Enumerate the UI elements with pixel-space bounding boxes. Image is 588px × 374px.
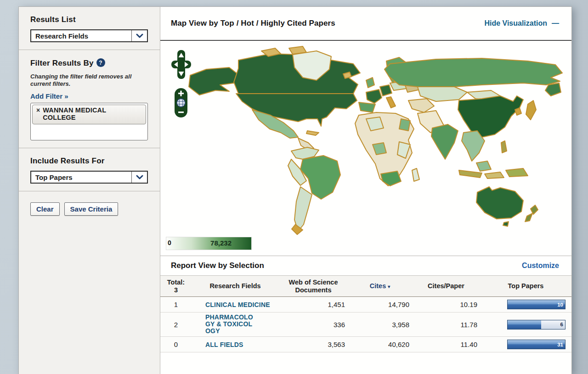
row-rank: 1 bbox=[160, 301, 192, 308]
row-cites: 3,958 bbox=[348, 321, 412, 329]
top-papers-bar: 10 bbox=[507, 300, 565, 309]
report-table: Total: 3 Research Fields Web of Science … bbox=[160, 276, 571, 374]
map-pan-control[interactable] bbox=[171, 50, 192, 79]
column-top-papers[interactable]: Top Papers bbox=[480, 280, 571, 292]
top-papers-bar: 31 bbox=[507, 340, 565, 349]
include-results-title: Include Results For bbox=[30, 156, 148, 166]
results-list-section: Results List Research Fields bbox=[19, 7, 160, 50]
top-papers-value: 31 bbox=[557, 342, 563, 347]
column-research-fields[interactable]: Research Fields bbox=[192, 280, 279, 292]
table-header-row: Total: 3 Research Fields Web of Science … bbox=[160, 276, 571, 297]
filter-title-text: Filter Results By bbox=[30, 59, 94, 67]
filter-title: Filter Results By? bbox=[30, 58, 148, 68]
top-papers-value: 10 bbox=[557, 302, 563, 307]
top-papers-bar-fill bbox=[508, 320, 541, 329]
row-docs: 3,563 bbox=[279, 341, 348, 348]
map-view-header: Map View by Top / Hot / Highly Cited Pap… bbox=[160, 7, 571, 41]
legend-max: 78,232 bbox=[210, 239, 232, 247]
total-label: Total: bbox=[167, 279, 185, 286]
include-results-section: Include Results For Top Papers bbox=[19, 148, 160, 191]
save-criteria-button[interactable]: Save Criteria bbox=[64, 202, 119, 216]
globe-icon bbox=[177, 99, 185, 107]
actions-section: Clear Save Criteria bbox=[19, 191, 160, 223]
filter-chip-label: WANNAN MEDICAL COLLEGE bbox=[43, 107, 123, 122]
app-window: Results List Research Fields Filter Resu… bbox=[18, 6, 572, 374]
results-list-select[interactable]: Research Fields bbox=[30, 29, 148, 42]
cites-label: Cites bbox=[370, 282, 386, 290]
report-view-title: Report View by Selection bbox=[171, 261, 264, 270]
row-cites: 40,620 bbox=[348, 341, 412, 348]
top-papers-bar: 6 bbox=[507, 320, 565, 329]
row-cites-per-paper: 11.40 bbox=[412, 341, 480, 348]
chevron-down-icon bbox=[131, 172, 147, 183]
report-view-header: Report View by Selection Customize bbox=[160, 256, 571, 276]
total-value: 3 bbox=[174, 286, 178, 294]
row-rank: 2 bbox=[160, 321, 192, 329]
include-results-value: Top Papers bbox=[31, 173, 73, 181]
main-content: Map View by Top / Hot / Highly Cited Pap… bbox=[160, 7, 571, 374]
remove-filter-icon[interactable]: × bbox=[36, 107, 40, 114]
column-wos-documents[interactable]: Web of Science Documents bbox=[279, 277, 348, 296]
filter-list-box: × WANNAN MEDICAL COLLEGE bbox=[30, 103, 148, 140]
filter-note: Changing the filter field removes all cu… bbox=[30, 73, 148, 88]
map-legend: 0 78,232 bbox=[166, 237, 251, 250]
filter-chip[interactable]: × WANNAN MEDICAL COLLEGE bbox=[32, 105, 146, 124]
minimize-icon: — bbox=[552, 19, 559, 28]
world-map[interactable]: 0 78,232 bbox=[160, 41, 571, 256]
sidebar: Results List Research Fields Filter Resu… bbox=[19, 7, 160, 374]
row-docs: 336 bbox=[279, 321, 348, 329]
help-icon[interactable]: ? bbox=[96, 58, 105, 67]
row-cites-per-paper: 11.78 bbox=[412, 321, 480, 329]
top-papers-bar-fill bbox=[508, 300, 565, 309]
clear-button[interactable]: Clear bbox=[30, 202, 60, 216]
results-list-value: Research Fields bbox=[31, 32, 88, 40]
zoom-out-icon bbox=[178, 112, 184, 113]
row-cites: 14,790 bbox=[348, 301, 412, 308]
results-list-title: Results List bbox=[30, 15, 148, 24]
hide-visualization-link[interactable]: Hide Visualization — bbox=[484, 19, 559, 28]
hide-visualization-label: Hide Visualization bbox=[484, 19, 547, 28]
filter-section: Filter Results By? Changing the filter f… bbox=[19, 50, 160, 148]
top-papers-value: 6 bbox=[560, 322, 563, 327]
map-zoom-control[interactable] bbox=[174, 88, 188, 118]
top-papers-bar-fill bbox=[508, 340, 565, 349]
choropleth-map[interactable] bbox=[160, 41, 571, 256]
research-field-link[interactable]: PHARMACOLOGY & TOXICOLOGY bbox=[205, 314, 254, 335]
chevron-down-icon bbox=[131, 30, 147, 41]
column-cites-sorted[interactable]: Cites ▾ bbox=[348, 280, 412, 292]
row-rank: 0 bbox=[160, 341, 192, 348]
row-docs: 1,451 bbox=[279, 301, 348, 308]
legend-min: 0 bbox=[168, 239, 171, 246]
column-cites-per-paper[interactable]: Cites/Paper bbox=[412, 280, 480, 292]
table-row: 1 CLINICAL MEDICINE 1,451 14,790 10.19 1… bbox=[160, 297, 571, 313]
research-field-link[interactable]: CLINICAL MEDICINE bbox=[205, 301, 270, 308]
add-filter-link[interactable]: Add Filter » bbox=[30, 92, 68, 100]
table-row: 0 ALL FIELDS 3,563 40,620 11.40 31 bbox=[160, 337, 571, 352]
map-view-title: Map View by Top / Hot / Highly Cited Pap… bbox=[171, 19, 335, 28]
sort-desc-icon: ▾ bbox=[388, 284, 390, 289]
column-total: Total: 3 bbox=[160, 277, 192, 296]
row-cites-per-paper: 10.19 bbox=[412, 301, 480, 308]
table-row: 2 PHARMACOLOGY & TOXICOLOGY 336 3,958 11… bbox=[160, 313, 571, 337]
customize-link[interactable]: Customize bbox=[522, 262, 559, 270]
research-field-link[interactable]: ALL FIELDS bbox=[205, 341, 243, 348]
include-results-select[interactable]: Top Papers bbox=[30, 171, 148, 184]
table-body: 1 CLINICAL MEDICINE 1,451 14,790 10.19 1… bbox=[160, 297, 571, 352]
